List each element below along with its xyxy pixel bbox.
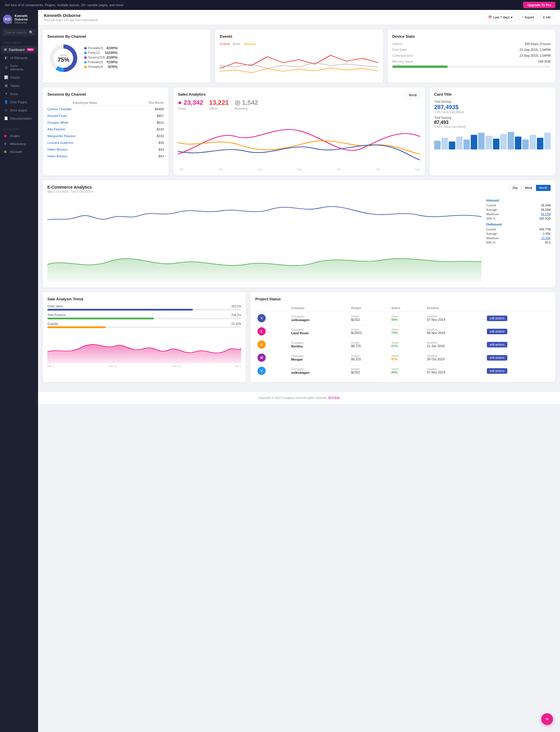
legend-dot xyxy=(84,47,87,49)
category-growth[interactable]: #Growth xyxy=(1,148,37,156)
info-button[interactable]: ℹ info xyxy=(540,14,554,21)
sidebar-item-label: Form elements xyxy=(10,64,31,71)
earning2-since: 5.43% Since Last Month xyxy=(434,125,551,128)
search-box[interactable]: 🔍 xyxy=(2,29,36,36)
status-badge: 88% xyxy=(391,370,422,374)
sidebar-item-ui[interactable]: ◧ UI Elements › xyxy=(1,54,37,62)
employee-name[interactable]: Marguerite Pearson xyxy=(47,133,122,140)
budget-value: $5,220 xyxy=(351,358,387,361)
marketing-value: ◎ 1,542 xyxy=(235,99,258,106)
edit-actions-button[interactable]: edit actions xyxy=(487,316,508,321)
employee-name[interactable]: Connor Chandler xyxy=(47,106,122,113)
sidebar-item-icons[interactable]: ✦ Icons › xyxy=(1,90,37,98)
info-icon: ℹ xyxy=(543,16,544,19)
ecom-content: Inbound Current 38.34M Average 38.34M Ma… xyxy=(47,196,551,283)
sidebar-item-error-pages[interactable]: ⚠ Error pages › xyxy=(1,106,37,114)
chevron-down-icon: ▾ xyxy=(92,190,93,193)
legend-dot xyxy=(84,52,87,54)
company-label: Company xyxy=(291,367,346,371)
employee-name[interactable]: Douglas White xyxy=(47,119,122,126)
company-label: Company xyxy=(291,355,346,358)
mini-bar-chart xyxy=(434,132,551,150)
user-info: Kenneth Osborne Welcome xyxy=(15,14,35,24)
employee-amount: $612 xyxy=(122,119,164,126)
chevron-down-icon: ▾ xyxy=(511,16,513,19)
inbound-maximum: Maximum 68.14M xyxy=(486,213,551,216)
page-subtitle: Your last login: 21h ago from newzealand… xyxy=(44,18,98,22)
chevron-right-icon: › xyxy=(33,101,34,104)
earnings-card: Card Title Total Earning 287,493$ 1.4% S… xyxy=(430,87,555,176)
error-tab[interactable]: Error xyxy=(233,42,240,46)
sidebar-item-documentation[interactable]: 📄 Documentation xyxy=(1,114,37,122)
employee-name[interactable]: Alta Fletcher xyxy=(47,126,122,133)
sidebar-item-form[interactable]: ☰ Form elements › xyxy=(1,62,37,73)
sidebar-item-charts[interactable]: 📊 Charts › xyxy=(1,73,37,81)
day-tab[interactable]: Day xyxy=(509,185,521,191)
order-value-bar: Order Value 155.5% xyxy=(47,305,241,311)
upgrade-button[interactable]: Upgrade To Pro xyxy=(523,2,555,8)
company-cell: L xyxy=(257,327,286,336)
fab-button[interactable]: + xyxy=(541,713,553,725)
last7-button[interactable]: 📅 Last 7 days ▾ xyxy=(485,14,516,21)
week-tab[interactable]: Week xyxy=(522,185,535,191)
employee-name[interactable]: Leonard Gutierrez xyxy=(47,140,122,146)
legend-item: Ports(12) 12(100%) xyxy=(84,51,118,54)
employee-name[interactable]: Russell Floyd xyxy=(47,113,122,119)
outbound-label: Outbound xyxy=(486,223,551,226)
marketing-dot xyxy=(4,143,6,145)
quantity-bar: Quantity 23.30% xyxy=(47,322,241,328)
inbound-60th: 60th % 168.3GB xyxy=(486,217,551,220)
sidebar-item-tables[interactable]: ▦ Tables › xyxy=(1,82,37,90)
edit-actions-button[interactable]: edit actions xyxy=(487,342,508,348)
footer: Copyright © 2022.Company name All rights… xyxy=(38,391,560,404)
sessions-table-title: Sessions By Channel xyxy=(47,92,164,97)
employee-name[interactable]: Helen Benson xyxy=(47,153,122,160)
inbound-average: Average 38.34M xyxy=(486,208,551,212)
warning-tab[interactable]: Warning xyxy=(244,42,256,46)
sidebar-item-dashboard[interactable]: ⊞ Dashboard New xyxy=(1,46,37,54)
critical-tab[interactable]: Critical xyxy=(220,42,230,46)
row-top: Sessions By Channel xyxy=(43,30,555,83)
category-marketing[interactable]: #Marketing xyxy=(1,140,37,148)
category-sales[interactable]: #Sales xyxy=(1,132,37,140)
sidebar: KO Kenneth Osborne Welcome 🔍 Dash menu ⊞… xyxy=(0,10,38,732)
avatar-online-dot xyxy=(10,21,12,24)
memory-row: Memory space 168.3GB xyxy=(392,60,551,63)
employee-name[interactable]: Helen Benson xyxy=(47,146,122,153)
sidebar-item-user-pages[interactable]: 👤 User Pages › xyxy=(1,98,37,106)
col-name: Empoloyee Name xyxy=(47,100,122,106)
mini-bar xyxy=(434,141,441,150)
company-brand: volkswagen xyxy=(291,371,346,374)
mini-bar xyxy=(493,139,499,150)
deadline-value: 07 Nov 2019 xyxy=(427,370,482,374)
company-cell: M xyxy=(257,354,286,362)
outbound-current: Current 458.77M xyxy=(486,228,551,231)
company-label: Company xyxy=(291,341,346,345)
ecom-header: E-Commerce Analytics Mon,1 Oct 2019 - Tu… xyxy=(47,185,551,193)
edit-actions-button[interactable]: edit actions xyxy=(487,329,508,334)
sessions-table-card: Sessions By Channel Empoloyee Name This … xyxy=(43,87,169,176)
employee-amount: $35 xyxy=(122,140,164,146)
charts-icon: 📊 xyxy=(4,75,8,79)
donut-center: Score 75% xyxy=(58,54,69,63)
memory-progress xyxy=(392,66,551,68)
x-labels: Feb Mar Apr May Jun Jul Aug xyxy=(178,168,420,171)
month-button[interactable]: Month xyxy=(406,92,420,98)
docs-icon: 📄 xyxy=(4,116,8,120)
export-button[interactable]: ↑ Export xyxy=(519,14,537,21)
mini-bar xyxy=(537,138,543,150)
footer-link[interactable]: 网页模板 xyxy=(328,396,340,399)
metric-offline: 13,221 Offline xyxy=(209,99,229,110)
search-input[interactable] xyxy=(5,31,28,34)
tables-icon: ▦ xyxy=(4,84,8,87)
company-avatar: V xyxy=(257,367,266,375)
sidebar-item-label: Documentation xyxy=(10,117,34,120)
total-products-bar: Total Products 238.2% xyxy=(47,314,241,319)
month-tab[interactable]: Month xyxy=(536,185,551,191)
mini-bar xyxy=(478,133,485,150)
edit-actions-button[interactable]: edit actions xyxy=(487,355,508,361)
status-badge: 88% xyxy=(391,318,422,322)
events-card: Events Critical Error Warning xyxy=(215,30,383,83)
edit-actions-button[interactable]: edit actions xyxy=(487,368,508,374)
growth-dot xyxy=(4,151,6,153)
